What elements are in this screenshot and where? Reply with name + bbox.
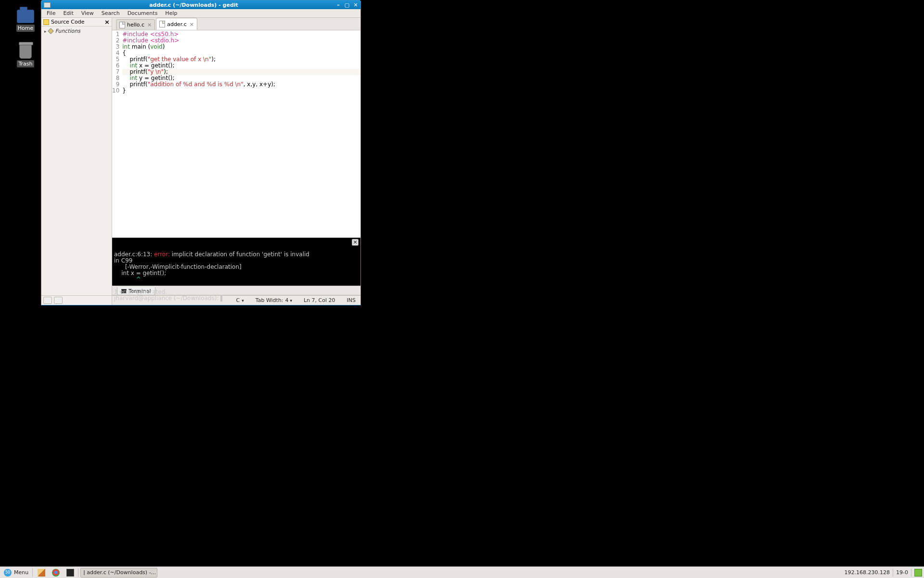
menu-button[interactable]: 50 Menu [1, 568, 31, 578]
sidebar-bottom-tabs [41, 295, 112, 305]
separator [78, 568, 78, 577]
desktop: Home Trash adder.c (~/Downloads) - gedit… [0, 0, 924, 578]
taskbar: 50 Menu adder.c (~/Downloads) -... 192.1… [0, 566, 924, 578]
trash-icon [19, 44, 32, 59]
launcher-text-editor[interactable] [35, 568, 48, 578]
editor-body: Source Code × Functions hello.c [41, 18, 360, 305]
insert-mode[interactable]: INS [347, 297, 356, 303]
cursor-block [220, 295, 222, 302]
tab-close-icon[interactable]: × [147, 22, 152, 28]
app-icon [44, 2, 51, 8]
term-caret: ^ [114, 276, 141, 283]
sidebar-title: Source Code [51, 19, 84, 25]
sidebar-tab-symbols-icon[interactable] [54, 297, 63, 304]
terminal-close-icon[interactable]: × [352, 239, 359, 246]
display-number: 19-0 [896, 569, 908, 576]
separator [32, 568, 33, 577]
menu-documents[interactable]: Documents [124, 10, 162, 16]
file-tabs: hello.c × adder.c × [112, 18, 360, 30]
term-line: 1 error generated. [114, 289, 167, 295]
sidebar: Source Code × Functions [41, 18, 112, 305]
launcher-terminal[interactable] [64, 568, 77, 578]
source-code-icon [43, 19, 49, 25]
window-title: adder.c (~/Downloads) - gedit [53, 2, 334, 8]
home-label: Home [16, 25, 35, 32]
separator [911, 569, 911, 577]
gedit-window: adder.c (~/Downloads) - gedit – ▢ ✕ File… [41, 0, 361, 305]
system-tray: 192.168.230.128 19-0 [845, 569, 924, 577]
tab-label: adder.c [167, 21, 187, 27]
menubar: File Edit View Search Documents Help [41, 9, 360, 18]
main-area: hello.c × adder.c × 12345678910 #include… [112, 18, 360, 305]
sidebar-item-functions[interactable]: Functions [41, 26, 112, 36]
menu-edit[interactable]: Edit [59, 10, 77, 16]
code-area[interactable]: #include <cs50.h>#include <stdio.h>int m… [121, 30, 360, 237]
tab-close-icon[interactable]: × [190, 21, 194, 27]
cursor-position: Ln 7, Col 20 [304, 297, 335, 303]
text-editor-icon [38, 569, 45, 577]
language-selector[interactable]: C [236, 297, 244, 303]
functions-label: Functions [55, 28, 81, 34]
maximize-button[interactable]: ▢ [343, 1, 351, 8]
line-gutter: 12345678910 [112, 30, 121, 237]
terminal-icon [66, 569, 74, 577]
tab-label: hello.c [127, 22, 144, 28]
home-folder-icon [17, 10, 34, 23]
menu-search[interactable]: Search [98, 10, 124, 16]
titlebar[interactable]: adder.c (~/Downloads) - gedit – ▢ ✕ [41, 0, 360, 9]
close-button[interactable]: ✕ [352, 1, 359, 8]
minimize-button[interactable]: – [334, 1, 342, 8]
ip-address: 192.168.230.128 [845, 569, 890, 576]
menu-icon: 50 [4, 569, 12, 577]
launcher-chrome[interactable] [49, 568, 63, 578]
separator [893, 569, 893, 577]
menu-view[interactable]: View [77, 10, 98, 16]
menu-help[interactable]: Help [161, 10, 181, 16]
trash-label: Trash [17, 60, 34, 67]
desktop-icon-trash[interactable]: Trash [13, 44, 38, 67]
tab-adder[interactable]: adder.c × [156, 18, 197, 30]
functions-icon [48, 28, 54, 34]
menu-file[interactable]: File [43, 10, 59, 16]
term-line: adder.c:6:13: error: implicit declaratio… [114, 251, 309, 258]
network-icon[interactable] [914, 569, 922, 577]
sidebar-tab-documents-icon[interactable] [43, 297, 52, 304]
sidebar-close-icon[interactable]: × [104, 18, 110, 26]
window-icon [84, 570, 85, 575]
file-icon [119, 22, 125, 28]
file-icon [159, 21, 165, 27]
taskbar-window-button[interactable]: adder.c (~/Downloads) -... [80, 568, 157, 578]
term-line: int x = getint(); [114, 270, 166, 276]
tab-hello[interactable]: hello.c × [116, 19, 155, 30]
term-line: in C99 [114, 257, 132, 264]
code-editor[interactable]: 12345678910 #include <cs50.h>#include <s… [112, 30, 360, 237]
tab-width-selector[interactable]: Tab Width: 4 [256, 297, 292, 303]
term-prompt: jharvard@appliance (~/Downloads): [114, 295, 220, 302]
sidebar-header: Source Code × [41, 18, 112, 26]
term-line: [-Werror,-Wimplicit-function-declaration… [114, 263, 242, 270]
desktop-icon-home[interactable]: Home [13, 10, 38, 32]
terminal-output[interactable]: × adder.c:6:13: error: implicit declarat… [112, 237, 360, 286]
chrome-icon [52, 569, 60, 577]
